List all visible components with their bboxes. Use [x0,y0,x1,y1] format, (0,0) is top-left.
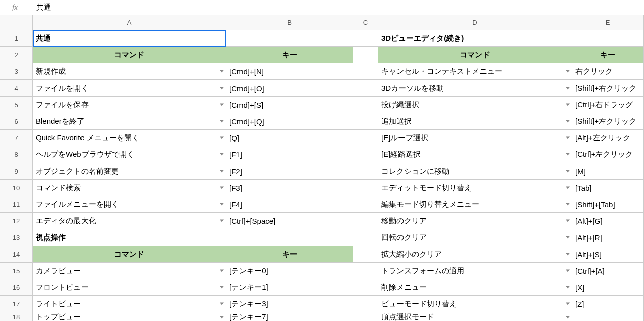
cell-A1[interactable]: 共通 [33,30,226,47]
filter-icon[interactable] [220,270,224,272]
filter-icon[interactable] [220,286,224,289]
cell-A11[interactable]: ファイルメニューを開く [33,196,226,213]
row-header-14[interactable]: 14 [0,246,33,263]
cell-E10[interactable]: [Tab] [572,180,644,196]
cell-D3[interactable]: キャンセル・コンテキストメニュー [378,63,572,80]
cell-D16[interactable]: 削除メニュー [378,279,572,296]
cell-B13[interactable] [226,229,353,246]
cell-C12[interactable] [353,213,378,229]
filter-icon[interactable] [220,316,224,318]
filter-icon[interactable] [566,120,570,123]
cell-B10[interactable]: [F3] [226,180,353,196]
cell-A4[interactable]: ファイルを開く [33,80,226,97]
filter-icon[interactable] [220,170,224,173]
cell-C14[interactable] [353,246,378,263]
cell-A14[interactable]: コマンド [33,246,226,263]
col-header-D[interactable]: D [378,15,572,30]
cell-A7[interactable]: Quick Favorite メニューを開く [33,130,226,146]
cell-C16[interactable] [353,279,378,296]
cell-D18[interactable]: 頂点選択モード [378,312,572,321]
filter-icon[interactable] [566,70,570,73]
cell-C4[interactable] [353,80,378,97]
cell-A13[interactable]: 視点操作 [33,229,226,246]
filter-icon[interactable] [220,153,224,156]
row-header-2[interactable]: 2 [0,47,33,63]
row-header-10[interactable]: 10 [0,180,33,196]
filter-icon[interactable] [220,70,224,73]
cell-C3[interactable] [353,63,378,80]
filter-icon[interactable] [566,286,570,289]
cell-D8[interactable]: [E]経路選択 [378,146,572,163]
cell-C10[interactable] [353,180,378,196]
cell-D15[interactable]: トランスフォームの適用 [378,263,572,279]
cell-D6[interactable]: 追加選択 [378,113,572,130]
cell-A6[interactable]: Blenderを終了 [33,113,226,130]
cell-D11[interactable]: 編集モード切り替えメニュー [378,196,572,213]
cell-E7[interactable]: [Alt]+左クリック [572,130,644,146]
cell-D5[interactable]: 投げ縄選択 [378,97,572,113]
cell-D4[interactable]: 3Dカーソルを移動 [378,80,572,97]
cell-C17[interactable] [353,296,378,312]
filter-icon[interactable] [566,137,570,139]
cell-C15[interactable] [353,263,378,279]
cell-E16[interactable]: [X] [572,279,644,296]
cell-C7[interactable] [353,130,378,146]
filter-icon[interactable] [220,187,224,189]
cell-B14[interactable]: キー [226,246,353,263]
filter-icon[interactable] [220,87,224,90]
filter-icon[interactable] [566,87,570,90]
filter-icon[interactable] [220,120,224,123]
select-all-corner[interactable] [0,15,33,30]
cell-C6[interactable] [353,113,378,130]
row-header-12[interactable]: 12 [0,213,33,229]
cell-A17[interactable]: ライトビュー [33,296,226,312]
filter-icon[interactable] [220,303,224,305]
cell-E17[interactable]: [Z] [572,296,644,312]
cell-B16[interactable]: [テンキー1] [226,279,353,296]
filter-icon[interactable] [566,170,570,173]
filter-icon[interactable] [566,203,570,206]
cell-B11[interactable]: [F4] [226,196,353,213]
cell-E18[interactable] [572,312,644,321]
cell-A9[interactable]: オブジェクトの名前変更 [33,163,226,180]
row-header-18[interactable]: 18 [0,312,33,321]
cell-C2[interactable] [353,47,378,63]
cell-D1[interactable]: 3Dビューエディタ(続き) [378,30,572,47]
row-header-7[interactable]: 7 [0,130,33,146]
row-header-15[interactable]: 15 [0,263,33,279]
cell-C18[interactable] [353,312,378,321]
row-header-11[interactable]: 11 [0,196,33,213]
cell-A3[interactable]: 新規作成 [33,63,226,80]
filter-icon[interactable] [566,236,570,239]
cell-C1[interactable] [353,30,378,47]
filter-icon[interactable] [566,253,570,256]
cell-D2[interactable]: コマンド [378,47,572,63]
cell-E9[interactable]: [M] [572,163,644,180]
cell-C13[interactable] [353,229,378,246]
filter-icon[interactable] [220,137,224,139]
filter-icon[interactable] [566,153,570,156]
row-header-1[interactable]: 1 [0,30,33,47]
cell-E5[interactable]: [Ctrl]+右ドラッグ [572,97,644,113]
cell-D7[interactable]: [E]ループ選択 [378,130,572,146]
filter-icon[interactable] [566,303,570,305]
cell-C11[interactable] [353,196,378,213]
cell-B2[interactable]: キー [226,47,353,63]
row-header-9[interactable]: 9 [0,163,33,180]
row-header-13[interactable]: 13 [0,229,33,246]
cell-E2[interactable]: キー [572,47,644,63]
col-header-A[interactable]: A [33,15,226,30]
col-header-E[interactable]: E [572,15,644,30]
row-header-3[interactable]: 3 [0,63,33,80]
cell-D13[interactable]: 回転のクリア [378,229,572,246]
cell-A8[interactable]: ヘルプをWebブラウザで開く [33,146,226,163]
cell-A5[interactable]: ファイルを保存 [33,97,226,113]
cell-B17[interactable]: [テンキー3] [226,296,353,312]
filter-icon[interactable] [566,316,570,318]
cell-C8[interactable] [353,146,378,163]
cell-C5[interactable] [353,97,378,113]
cell-E3[interactable]: 右クリック [572,63,644,80]
row-header-4[interactable]: 4 [0,80,33,97]
formula-input[interactable] [30,0,644,15]
cell-B12[interactable]: [Ctrl]+[Space] [226,213,353,229]
